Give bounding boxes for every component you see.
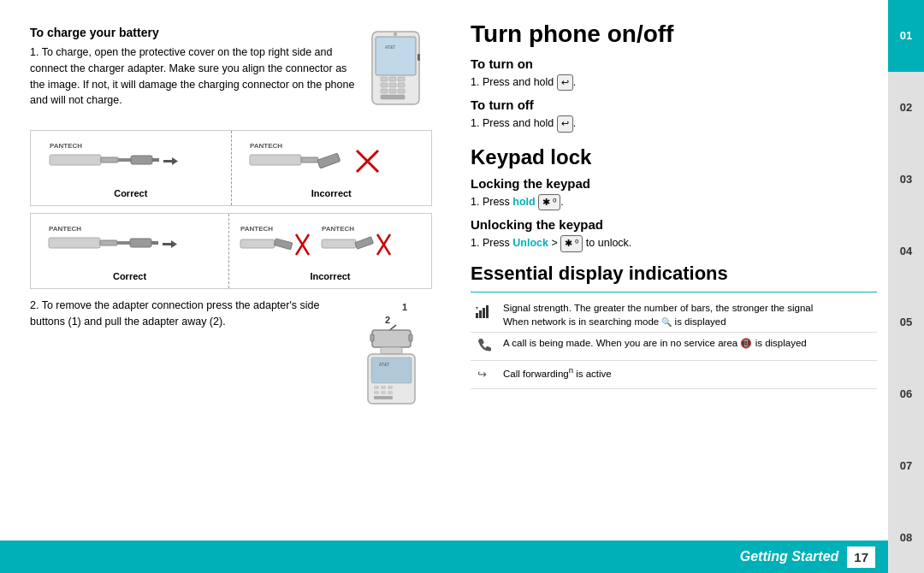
- svg-rect-5: [398, 77, 405, 81]
- svg-rect-64: [479, 310, 482, 318]
- svg-rect-12: [381, 95, 405, 99]
- svg-rect-57: [381, 386, 386, 389]
- bottom-bar: Getting Started 17: [0, 541, 888, 573]
- svg-rect-11: [398, 89, 405, 93]
- tab-05[interactable]: 05: [888, 286, 924, 358]
- getting-started-label: Getting Started: [740, 549, 839, 564]
- svg-rect-56: [374, 386, 379, 389]
- svg-rect-37: [274, 239, 292, 250]
- svg-rect-4: [389, 77, 396, 81]
- locking-text: 1. Press hold ✱ ⁰.: [471, 193, 877, 211]
- correct-connector-img: PANTECH: [38, 138, 224, 185]
- table-row: A call is being made. When you are in no…: [471, 332, 877, 360]
- turn-off-text-prefix: 1. Press and hold: [471, 117, 554, 129]
- svg-text:PANTECH: PANTECH: [49, 225, 81, 233]
- turn-off-key: ↩: [557, 115, 573, 133]
- svg-rect-42: [355, 237, 374, 249]
- correct-cell-2: PANTECH Correct: [31, 214, 229, 288]
- svg-rect-50: [370, 334, 374, 341]
- unlocking-text-2: >: [552, 237, 561, 249]
- svg-rect-18: [118, 158, 131, 162]
- svg-rect-60: [381, 391, 386, 394]
- right-sidebar: 01 02 03 04 05 06 07 08: [888, 0, 924, 573]
- left-column: To charge your battery 1. To charge, ope…: [0, 0, 453, 573]
- tab-02[interactable]: 02: [888, 72, 924, 144]
- svg-rect-17: [101, 157, 118, 162]
- incorrect-label-1: Incorrect: [311, 188, 352, 198]
- svg-text:PANTECH: PANTECH: [250, 142, 282, 150]
- signal-text: Signal strength. The greater the number …: [498, 298, 877, 333]
- call-icon: [477, 338, 492, 353]
- locking-hold: hold: [512, 196, 535, 208]
- step2-section: 2. To remove the adapter connection pres…: [30, 298, 432, 411]
- tab-07[interactable]: 07: [888, 430, 924, 502]
- svg-rect-1: [376, 37, 416, 75]
- turn-on-key: ↩: [557, 74, 573, 92]
- turn-phone-title: Turn phone on/off: [471, 21, 877, 48]
- svg-rect-61: [388, 391, 393, 394]
- tab-03[interactable]: 03: [888, 144, 924, 216]
- tab-06[interactable]: 06: [888, 358, 924, 430]
- incorrect-label-2: Incorrect: [310, 271, 350, 281]
- incorrect-cell-2: PANTECH PANTECH: [229, 214, 431, 288]
- svg-rect-24: [301, 157, 318, 162]
- svg-rect-49: [372, 330, 411, 347]
- svg-rect-25: [317, 153, 341, 168]
- correct-connector-svg: PANTECH: [45, 138, 216, 185]
- svg-rect-14: [418, 54, 420, 61]
- table-row: ↪ Call forwardingn is active: [471, 361, 877, 389]
- correct-connector-svg-2: PANTECH: [44, 221, 216, 268]
- incorrect-connector-img: PANTECH: [239, 138, 425, 185]
- correct-label-2: Correct: [113, 271, 146, 281]
- phone-svg-1: AT&T: [364, 30, 428, 111]
- svg-rect-58: [388, 386, 393, 389]
- forward-icon: ↪: [477, 366, 492, 381]
- unlocking-heading: Unlocking the keypad: [471, 217, 877, 232]
- essential-title: Essential display indications: [471, 263, 877, 285]
- correct-connector-img-2: PANTECH: [38, 221, 222, 268]
- tab-04[interactable]: 04: [888, 215, 924, 286]
- svg-rect-66: [486, 305, 489, 318]
- correct-label-1: Correct: [114, 188, 147, 198]
- locking-key: ✱ ⁰: [538, 194, 560, 211]
- svg-rect-23: [250, 155, 301, 165]
- step2-text: 2. To remove the adapter connection pres…: [30, 298, 346, 330]
- svg-rect-65: [483, 308, 485, 318]
- signal-icon: ▾: [476, 303, 493, 318]
- svg-rect-52: [381, 347, 402, 354]
- svg-text:AT&T: AT&T: [385, 44, 395, 50]
- bottom-cyan-line: [0, 570, 453, 573]
- tab-01[interactable]: 01: [888, 0, 924, 72]
- charge-section: To charge your battery 1. To charge, ope…: [30, 26, 432, 117]
- svg-rect-6: [381, 83, 388, 87]
- page-container: To charge your battery 1. To charge, ope…: [0, 0, 924, 573]
- tab-08[interactable]: 08: [888, 501, 924, 573]
- svg-rect-29: [49, 238, 100, 248]
- incorrect-connector-img-2: PANTECH PANTECH: [236, 221, 424, 268]
- connector-row-1: PANTECH Correct: [30, 130, 432, 206]
- turn-off-heading: To turn off: [471, 97, 877, 112]
- svg-rect-3: [381, 77, 388, 81]
- unlocking-text: 1. Press Unlock > ✱ ⁰ to unlock.: [471, 234, 877, 252]
- svg-rect-7: [389, 83, 396, 87]
- svg-text:PANTECH: PANTECH: [322, 225, 354, 233]
- turn-on-text: 1. Press and hold ↩.: [471, 74, 877, 92]
- svg-rect-62: [374, 396, 393, 399]
- svg-text:2: 2: [385, 315, 390, 325]
- svg-rect-31: [117, 241, 130, 245]
- svg-text:AT&T: AT&T: [379, 362, 389, 367]
- incorrect-connector-svg-2: PANTECH PANTECH: [236, 221, 424, 268]
- svg-rect-59: [374, 391, 379, 394]
- svg-text:PANTECH: PANTECH: [240, 225, 273, 233]
- unlocking-key: ✱ ⁰: [560, 235, 583, 252]
- svg-text:PANTECH: PANTECH: [50, 142, 82, 150]
- keypad-lock-title: Keypad lock: [471, 145, 877, 169]
- step2-svg: 1 2 1 AT&T: [355, 298, 432, 409]
- step2-image: 1 2 1 AT&T: [355, 298, 432, 411]
- connector-row-2: PANTECH Correct PANTECH: [30, 213, 432, 289]
- svg-rect-20: [152, 158, 159, 162]
- phone-illustration-1: AT&T: [364, 30, 432, 114]
- charge-title: To charge your battery: [30, 26, 355, 39]
- forward-icon-cell: ↪: [471, 361, 498, 389]
- call-forward-text: Call forwardingn is active: [498, 361, 877, 389]
